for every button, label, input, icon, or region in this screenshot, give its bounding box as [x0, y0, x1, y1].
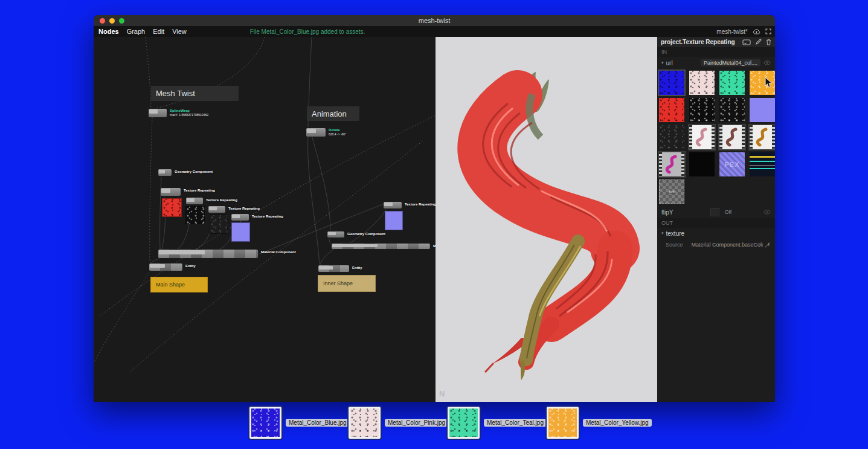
comment-main-shape[interactable]: Main Shape: [150, 277, 208, 292]
cloud-sync-icon[interactable]: [753, 29, 760, 34]
node-texture-repeating-4[interactable]: Texture Repeating: [231, 214, 249, 221]
node-splinewrap[interactable]: SplineWrapmaxY: 1.5555371798510462: [149, 109, 167, 117]
desktop-file-metal-color-yellow-jpg[interactable]: Metal_Color_Yellow.jpg: [547, 407, 652, 439]
texture-tile-12[interactable]: [659, 152, 684, 176]
node-entity-inner[interactable]: Entity: [318, 265, 349, 272]
file-thumbnail[interactable]: [349, 407, 381, 439]
texture-tile-6[interactable]: [719, 98, 745, 122]
node-input-port[interactable]: [161, 189, 170, 193]
texture-tile-10[interactable]: [719, 125, 745, 149]
node-input-port[interactable]: [328, 232, 336, 235]
desktop-file-metal-color-blue-jpg[interactable]: Metal_Color_Blue.jpg: [249, 407, 350, 439]
texture-preview-texture-repeating-4[interactable]: [231, 222, 250, 242]
trash-icon[interactable]: [766, 39, 771, 45]
menu-items: NodesGraphEditView: [98, 28, 187, 35]
url-field-row[interactable]: ▾ url PaintedMetal04_col....: [657, 57, 775, 69]
node-entity-main[interactable]: Entity: [149, 263, 182, 271]
flipy-label: flipY: [661, 209, 673, 216]
comment-mesh-twist[interactable]: Mesh Twist: [151, 86, 239, 101]
chevron-down-icon[interactable]: ▾: [661, 231, 664, 236]
texture-tile-5[interactable]: [689, 98, 715, 122]
node-input-port[interactable]: [384, 202, 393, 206]
menu-item-edit[interactable]: Edit: [153, 28, 164, 35]
file-texture-preview: [548, 409, 577, 437]
texture-preview-texture-repeating-2[interactable]: [185, 206, 205, 224]
texture-tile-15[interactable]: [750, 152, 775, 176]
node-texture-repeating-3[interactable]: Texture Repeating: [208, 206, 225, 213]
texture-preview-texture-repeating-1[interactable]: [162, 198, 182, 217]
texture-tile-16[interactable]: .hdr: [659, 179, 684, 204]
texture-tile-4[interactable]: [659, 98, 684, 122]
flipy-field-row[interactable]: flipY Off: [657, 206, 775, 218]
texture-tile-11[interactable]: [750, 125, 775, 149]
node-texture-repeating-5[interactable]: Texture Repeating: [384, 202, 402, 208]
node-geometry-component-main[interactable]: Geometry Component: [158, 169, 172, 176]
node-input-port[interactable]: [232, 215, 240, 218]
texture-tile-0[interactable]: [659, 71, 684, 95]
url-value[interactable]: PaintedMetal04_col....: [701, 59, 760, 66]
node-input-port[interactable]: [187, 198, 194, 202]
node-input-port[interactable]: [159, 250, 205, 254]
file-name-label[interactable]: Metal_Color_Teal.jpg: [484, 419, 547, 427]
section-out: OUT: [657, 218, 775, 228]
texture-tile-7[interactable]: [750, 98, 775, 122]
node-title-splinewrap: SplineWrapmaxY: 1.5555371798510462: [170, 109, 208, 117]
texture-tile-2[interactable]: [719, 71, 745, 95]
node-input-port[interactable]: [307, 129, 316, 133]
texture-output-label: texture: [666, 230, 685, 237]
texture-tile-8[interactable]: [659, 125, 684, 149]
texture-tile-14[interactable]: PEX: [719, 152, 745, 176]
texture-tile-13[interactable]: [689, 152, 715, 176]
texture-output-row[interactable]: ▾ texture: [657, 228, 775, 239]
file-name-label[interactable]: Metal_Color_Yellow.jpg: [583, 419, 652, 427]
screenshot-icon[interactable]: [742, 39, 751, 45]
flipy-value: Off: [724, 209, 731, 215]
desktop-file-metal-color-teal-jpg[interactable]: Metal_Color_Teal.jpg: [448, 407, 547, 439]
node-geometry-component-inner[interactable]: Geometry Component: [327, 231, 344, 237]
menu-item-nodes[interactable]: Nodes: [98, 28, 119, 35]
menu-item-graph[interactable]: Graph: [127, 28, 146, 35]
file-texture-preview: [350, 409, 379, 437]
eye-icon[interactable]: [764, 60, 771, 65]
node-graph-canvas[interactable]: Mesh TwistAnimationMain ShapeInner Shape…: [94, 37, 436, 402]
node-input-port[interactable]: [332, 244, 378, 247]
file-name-label[interactable]: Metal_Color_Blue.jpg: [286, 419, 350, 427]
node-input-port[interactable]: [319, 266, 333, 270]
link-pen-icon[interactable]: [764, 242, 771, 248]
file-thumbnail[interactable]: [547, 407, 579, 439]
texture-tile-9[interactable]: [689, 125, 715, 149]
node-label-geometry-component-inner: Geometry Component: [347, 232, 385, 236]
comment-animation[interactable]: Animation: [307, 106, 359, 121]
comment-inner-shape[interactable]: Inner Shape: [318, 275, 376, 292]
flipy-checkbox[interactable]: [710, 208, 719, 216]
inspector-header: project.Texture Repeating: [657, 37, 775, 47]
texture-preview-texture-repeating-3[interactable]: [210, 215, 228, 234]
chevron-down-icon[interactable]: ▾: [661, 60, 664, 65]
node-texture-repeating-2[interactable]: Texture Repeating: [186, 198, 203, 204]
file-name-label[interactable]: Metal_Color_Pink.jpg: [385, 419, 448, 427]
viewport-3d[interactable]: N: [436, 37, 657, 402]
twist-thumbnail: [753, 126, 772, 148]
node-material-component-inner[interactable]: M: [332, 244, 430, 249]
edit-pen-icon[interactable]: [755, 39, 762, 45]
node-input-port[interactable]: [209, 207, 217, 210]
url-label: url: [666, 60, 673, 66]
window-titlebar[interactable]: mesh-twist: [94, 15, 775, 26]
node-input-port[interactable]: [159, 170, 165, 173]
fullscreen-icon[interactable]: [765, 28, 771, 34]
node-rotate[interactable]: Rotate628.4 -> -80°: [306, 128, 326, 137]
node-input-port[interactable]: [150, 264, 165, 268]
file-thumbnail[interactable]: [249, 407, 281, 439]
node-title-rotate: Rotate628.4 -> -80°: [329, 128, 346, 137]
node-input-port[interactable]: [149, 109, 158, 114]
inspector-panel: project.Texture Repeating IN ▾: [657, 37, 775, 402]
texture-tile-1[interactable]: [689, 71, 715, 95]
file-thumbnail[interactable]: [448, 407, 480, 439]
node-texture-repeating-1[interactable]: Texture Repeating: [161, 188, 181, 196]
eye-icon[interactable]: [764, 210, 771, 215]
node-material-component-main[interactable]: Material Component: [158, 250, 258, 258]
desktop-file-metal-color-pink-jpg[interactable]: Metal_Color_Pink.jpg: [349, 407, 448, 439]
doc-state-label: mesh-twist*: [716, 28, 748, 35]
texture-preview-texture-repeating-5[interactable]: [385, 211, 403, 230]
menu-item-view[interactable]: View: [172, 28, 187, 35]
